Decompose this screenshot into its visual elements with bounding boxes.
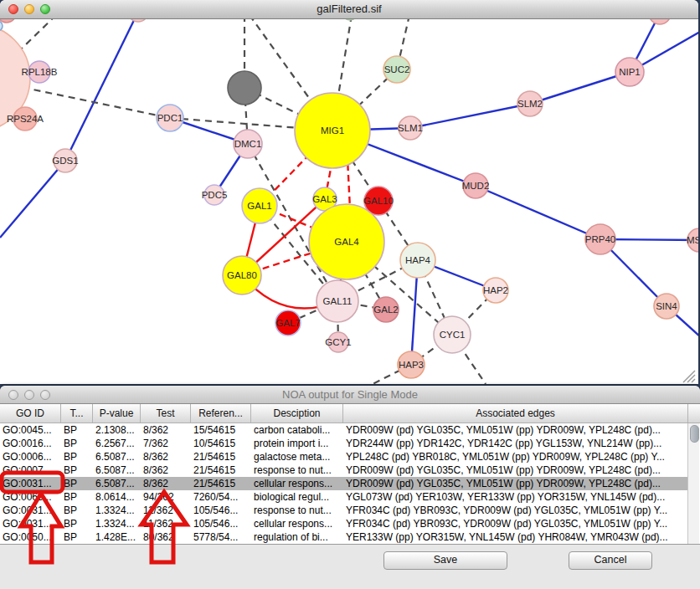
vertical-scrollbar[interactable] <box>687 423 699 544</box>
cell-type: BP <box>64 490 92 504</box>
cell-desc: protein import i... <box>254 437 342 450</box>
cell-type: BP <box>64 517 92 530</box>
cell-test: 8/362 <box>143 450 190 464</box>
cell-type: BP <box>64 530 92 544</box>
cell-edges: YGL073W (pd) YER103W, YER133W (pp) YOR31… <box>346 490 687 504</box>
node-label: GCY1 <box>325 337 351 347</box>
node-label: PDC5 <box>202 190 228 200</box>
node-corner-node-blue[interactable] <box>0 21 3 31</box>
cell-desc: biological regul... <box>254 490 342 504</box>
node-gray-node[interactable] <box>228 71 261 105</box>
graph-edge[interactable] <box>476 186 600 239</box>
table-row-0031[interactable]: GO:0031...BP1.3324...11/362105/546...cel… <box>0 517 688 530</box>
save-button[interactable]: Save <box>383 551 507 570</box>
cell-test: 8/362 <box>143 464 190 477</box>
cell-p: 6.5087... <box>95 464 140 477</box>
node-label: MSL5 <box>687 235 698 245</box>
cell-ref: 21/54615 <box>193 477 250 490</box>
table-row-0065[interactable]: GO:0065...BP8.0614...94/3627260/54...bio… <box>0 490 688 504</box>
cell-type: BP <box>64 477 92 490</box>
cell-p: 1.428E... <box>95 530 140 544</box>
column-header-referen[interactable]: Referen... <box>191 404 251 423</box>
cell-type: BP <box>64 464 92 477</box>
table-header-row: GO IDT...P-valueTestReferen...Desciption… <box>0 404 700 423</box>
node-label: CYC1 <box>440 330 466 340</box>
node-label: GAL1 <box>247 201 271 211</box>
table-row-0050[interactable]: GO:0050...BP1.428E...80/3625778/54...reg… <box>0 530 688 544</box>
node-label: GDS1 <box>52 156 78 166</box>
cancel-button[interactable]: Cancel <box>569 551 652 570</box>
cell-desc: carbon cataboli... <box>254 423 342 437</box>
cell-test: 11/362 <box>143 504 190 517</box>
noa-window-title: NOA output for Single Mode <box>0 388 700 401</box>
network-canvas[interactable]: RPL18BRPS24AGDS1PDC1PDC5DMC1MIG1SUC2SLM1… <box>0 0 698 384</box>
node-label: GAL80 <box>227 270 257 280</box>
graph-edge[interactable] <box>410 104 530 128</box>
cell-ref: 105/546... <box>193 517 250 530</box>
node-label: SUC2 <box>384 64 410 74</box>
network-window: RPL18BRPS24AGDS1PDC1PDC5DMC1MIG1SUC2SLM1… <box>0 0 698 384</box>
resize-grip-icon[interactable] <box>680 367 697 384</box>
node-label: MIG1 <box>321 125 344 136</box>
graph-edge[interactable] <box>0 161 65 238</box>
cell-desc: cellular respons... <box>254 477 342 490</box>
table-row-0031[interactable]: GO:0031...BP6.5087...8/36221/54615cellul… <box>0 477 688 490</box>
cell-p: 6.2567... <box>95 437 140 450</box>
column-header-t[interactable]: T... <box>61 404 93 423</box>
cell-desc: galactose meta... <box>254 450 342 464</box>
cell-p: 6.5087... <box>95 450 140 464</box>
node-label: SLM2 <box>517 99 543 109</box>
cell-type: BP <box>64 450 92 464</box>
node-label: PDC1 <box>157 113 183 123</box>
cell-edges: YDR244W (pp) YDR142C, YDR142C (pp) YGL15… <box>346 437 687 450</box>
cell-desc: regulation of bi... <box>254 530 342 544</box>
cell-ref: 7260/54... <box>193 490 250 504</box>
cell-go: GO:0045... <box>3 423 60 437</box>
cell-test: 94/362 <box>143 490 190 504</box>
column-header-test[interactable]: Test <box>141 404 191 423</box>
table-row-0007[interactable]: GO:0007...BP6.5087...8/36221/54615respon… <box>0 464 688 477</box>
scrollbar-thumb[interactable] <box>690 425 699 443</box>
table-row-0031[interactable]: GO:0031...BP1.3324...11/362105/546...res… <box>0 504 688 517</box>
node-label: DMC1 <box>234 139 262 149</box>
column-header-pvalue[interactable]: P-value <box>93 404 141 423</box>
cell-edges: YFR034C (pd) YBR093C, YDR009W (pd) YGL03… <box>346 517 687 530</box>
column-header-goid[interactable]: GO ID <box>0 404 61 423</box>
graph-edge[interactable] <box>65 12 138 161</box>
table-row-0006[interactable]: GO:0006...BP6.5087...8/36221/54615galact… <box>0 450 688 464</box>
cell-desc: response to nut... <box>254 504 342 517</box>
cell-type: BP <box>64 504 92 517</box>
cell-p: 2.1308... <box>95 423 140 437</box>
cell-go: GO:0031... <box>3 504 60 517</box>
column-header-desciption[interactable]: Desciption <box>251 404 343 423</box>
noa-titlebar[interactable]: NOA output for Single Mode <box>0 386 700 404</box>
cell-p: 1.3324... <box>95 517 140 530</box>
cell-edges: YDR009W (pd) YGL035C, YML051W (pp) YDR00… <box>346 464 687 477</box>
cell-p: 6.5087... <box>95 477 140 490</box>
cell-test: 8/362 <box>143 477 190 490</box>
cell-edges: YDR009W (pd) YGL035C, YML051W (pp) YDR00… <box>346 477 687 490</box>
cell-desc: cellular respons... <box>254 517 342 530</box>
column-header-associatededges[interactable]: Associated edges <box>343 404 688 423</box>
cell-ref: 10/54615 <box>193 437 250 450</box>
network-titlebar[interactable]: galFiltered.sif <box>0 0 698 19</box>
cell-ref: 5778/54... <box>193 530 250 544</box>
cell-ref: 105/546... <box>193 504 250 517</box>
table-body: GO:0045...BP2.1308...8/36215/54615carbon… <box>0 423 688 544</box>
cell-type: BP <box>64 437 92 450</box>
node-label: NIP1 <box>619 67 641 77</box>
node-label: RPS24A <box>7 114 44 124</box>
node-label: GAL7 <box>275 318 300 328</box>
cell-desc: response to nut... <box>254 464 342 477</box>
node-label: HAP2 <box>483 285 508 295</box>
table-row-0045[interactable]: GO:0045...BP2.1308...8/36215/54615carbon… <box>0 423 688 437</box>
graph-edge[interactable] <box>530 72 630 104</box>
table-row-0016[interactable]: GO:0016...BP6.2567...7/36210/54615protei… <box>0 437 688 450</box>
cell-test: 80/362 <box>143 530 190 544</box>
cell-go: GO:0050... <box>3 530 60 544</box>
network-window-title: galFiltered.sif <box>0 3 698 15</box>
cell-go: GO:0007... <box>3 464 60 477</box>
cell-go: GO:0065... <box>3 490 60 504</box>
cell-test: 8/362 <box>143 423 190 437</box>
node-label: GAL4 <box>334 237 359 247</box>
